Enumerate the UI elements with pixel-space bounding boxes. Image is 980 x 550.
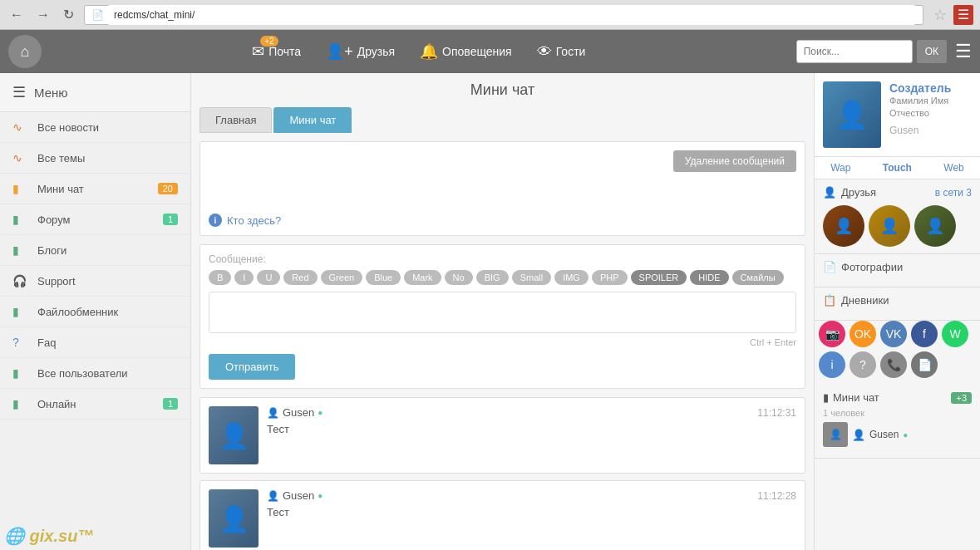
format-big[interactable]: BIG: [476, 270, 509, 285]
sidebar-label-online: Онлайн: [37, 398, 163, 410]
format-smileys[interactable]: Смайлы: [732, 270, 784, 285]
instagram-icon[interactable]: 📷: [819, 321, 845, 347]
sidebar-label-support: Support: [37, 275, 178, 287]
format-italic[interactable]: I: [234, 270, 254, 285]
online-dot-2: ●: [318, 491, 323, 500]
back-button[interactable]: ←: [7, 6, 27, 24]
chat-controls: Удаление сообщений i Кто здесь?: [199, 141, 805, 236]
format-underline[interactable]: U: [257, 270, 280, 285]
support-icon: 🎧: [12, 274, 29, 287]
sidebar-item-blogs[interactable]: ▮ Блоги: [0, 235, 190, 266]
format-small[interactable]: Small: [512, 270, 552, 285]
profile-tab-web[interactable]: Web: [943, 162, 963, 174]
friend-avatar-1[interactable]: 👤: [823, 205, 864, 247]
friends-section-title: Друзья: [841, 186, 930, 199]
forward-button[interactable]: →: [33, 6, 53, 24]
minichat-badge: +3: [951, 392, 972, 404]
format-spoiler[interactable]: SPOILER: [631, 270, 687, 285]
nav-guests[interactable]: 👁 Гости: [537, 43, 586, 61]
bell-icon: 🔔: [420, 42, 438, 61]
profile-tab-wap[interactable]: Wap: [830, 162, 850, 174]
message-item-2: 👤 👤 Gusen ● 11:12:28 Тест: [199, 480, 805, 550]
photos-section: 📄 Фотографии: [815, 254, 980, 287]
refresh-button[interactable]: ↻: [60, 5, 77, 24]
blogs-icon: ▮: [12, 243, 29, 257]
home-button[interactable]: ⌂: [8, 35, 42, 68]
sidebar-item-minichat[interactable]: ▮ Мини чат 20: [0, 174, 190, 204]
sidebar-item-files[interactable]: ▮ Файлообменник: [0, 297, 190, 327]
sidebar-item-all-users[interactable]: ▮ Все пользователи: [0, 358, 190, 389]
whatsapp-icon[interactable]: W: [942, 321, 968, 347]
message-textarea[interactable]: [209, 292, 796, 333]
forum-icon: ▮: [12, 213, 29, 226]
sidebar-item-faq[interactable]: ? Faq: [0, 327, 190, 358]
search-input[interactable]: [796, 40, 913, 63]
info-social-icon[interactable]: i: [819, 351, 845, 378]
mail-badge: +2: [260, 36, 278, 47]
format-img[interactable]: IMG: [554, 270, 588, 285]
home-icon: ⌂: [21, 43, 30, 61]
phone-icon[interactable]: 📞: [880, 351, 907, 378]
format-php[interactable]: PHP: [592, 270, 628, 285]
chat-icon: ▮: [12, 182, 29, 195]
friends-section-icon: 👤: [823, 186, 836, 199]
nav-hamburger-button[interactable]: ☰: [955, 41, 972, 62]
vk-icon[interactable]: VK: [880, 321, 907, 347]
format-blue[interactable]: Blue: [366, 270, 401, 285]
bookmark-icon[interactable]: ☆: [933, 6, 947, 24]
format-red[interactable]: Red: [283, 270, 317, 285]
delete-messages-button[interactable]: Удаление сообщений: [673, 150, 796, 172]
sidebar-item-forum[interactable]: ▮ Форум 1: [0, 204, 190, 235]
odnoklassniki-icon[interactable]: OK: [849, 321, 876, 347]
sidebar-item-all-news[interactable]: ∿ Все новости: [0, 112, 190, 143]
nav-friends[interactable]: 👤+ Друзья: [326, 42, 395, 61]
doc-icon[interactable]: 📄: [911, 351, 938, 378]
facebook-icon[interactable]: f: [911, 321, 938, 347]
sidebar-label-blogs: Блоги: [37, 244, 178, 257]
forum-badge: 1: [163, 214, 178, 225]
send-button[interactable]: Отправить: [209, 354, 295, 380]
tab-home[interactable]: Главная: [199, 107, 272, 133]
tab-minichat[interactable]: Мини чат: [273, 107, 352, 133]
diaries-title: Дневники: [841, 294, 972, 307]
format-bold[interactable]: B: [209, 270, 231, 285]
profile-name: Создатель: [889, 81, 972, 95]
diaries-icon: 📋: [823, 294, 836, 307]
faq-icon: ?: [12, 336, 29, 349]
nav-mail[interactable]: +2 ✉ Почта: [252, 42, 301, 61]
info-icon: i: [209, 214, 222, 227]
url-bar[interactable]: [107, 5, 916, 25]
message-avatar-1: 👤: [209, 406, 259, 464]
format-mark[interactable]: Mark: [404, 270, 441, 285]
sidebar-hamburger-icon[interactable]: ☰: [12, 83, 26, 101]
watermark: 🌐 gix.su™: [4, 526, 94, 546]
right-user-item: 👤 👤 Gusen ●: [823, 418, 972, 451]
friend-avatar-2[interactable]: 👤: [869, 205, 910, 247]
browser-menu-button[interactable]: ☰: [953, 5, 973, 25]
sidebar-label-files: Файлообменник: [37, 306, 178, 318]
friend-avatar-3[interactable]: 👤: [914, 205, 956, 247]
message-author-2: 👤 Gusen ●: [267, 489, 323, 502]
format-no[interactable]: No: [445, 270, 473, 285]
question-icon[interactable]: ?: [849, 351, 876, 378]
sidebar-item-online[interactable]: ▮ Онлайн 1: [0, 389, 190, 420]
nav-notifications[interactable]: 🔔 Оповещения: [420, 42, 512, 61]
photos-header: 📄 Фотографии: [823, 261, 972, 273]
diaries-header: 📋 Дневники: [823, 294, 972, 307]
notifications-label: Оповещения: [442, 45, 512, 58]
format-hide[interactable]: HIDE: [690, 270, 728, 285]
format-green[interactable]: Green: [321, 270, 363, 285]
profile-avatar-icon: 👤: [835, 99, 869, 130]
profile-avatar: 👤: [823, 81, 881, 148]
message-content-1: 👤 Gusen ● 11:12:31 Тест: [267, 406, 796, 464]
sidebar-item-support[interactable]: 🎧 Support: [0, 266, 190, 297]
sidebar-item-all-themes[interactable]: ∿ Все темы: [0, 143, 190, 174]
guests-label: Гости: [556, 45, 586, 58]
minichat-count: 1 человек: [823, 408, 972, 418]
textarea-hint: Ctrl + Enter: [209, 337, 796, 347]
friends-label: Друзья: [357, 45, 395, 58]
profile-tab-touch[interactable]: Touch: [883, 162, 912, 174]
files-icon: ▮: [12, 305, 29, 318]
photos-icon: 📄: [823, 261, 836, 273]
search-button[interactable]: ОК: [917, 40, 947, 63]
